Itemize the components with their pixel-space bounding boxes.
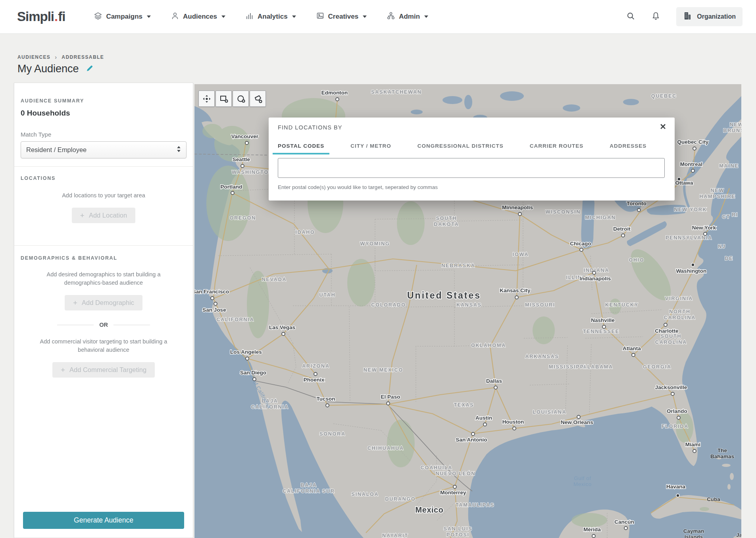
map-city-label: Atlanta: [623, 345, 641, 351]
map-state-label: OKLAHOMA: [471, 343, 506, 348]
map-city-label: Orlando: [667, 408, 687, 414]
map-state-label: NAYARIT: [382, 533, 408, 538]
map-city-label: Dallas: [486, 378, 502, 384]
pan-tool-button[interactable]: [198, 91, 215, 107]
map-state-label: WYOMING: [360, 241, 390, 247]
nav-audiences[interactable]: Audiences: [171, 12, 225, 22]
chevron-down-icon: [424, 15, 428, 18]
map-state-label: COAHUILA: [421, 465, 452, 471]
map-state-label: NEVADA: [262, 277, 287, 282]
households-count: 0 Households: [21, 109, 187, 118]
map-city-marker: [253, 378, 256, 381]
search-icon[interactable]: [626, 12, 635, 22]
map-city-marker: [453, 485, 456, 488]
add-location-button[interactable]: + Add Location: [72, 208, 135, 223]
map-city-marker: [580, 248, 583, 251]
navbar-right: Organization: [626, 7, 743, 26]
polygon-tool-button[interactable]: [250, 91, 266, 107]
add-commercial-targeting-button[interactable]: + Add Commercial Targeting: [52, 362, 155, 378]
map-city-label: Jacksonville: [655, 384, 687, 390]
tab-carrier-routes[interactable]: CARRIER ROUTES: [525, 140, 589, 154]
find-locations-modal: FIND LOCATIONS BY ✕ POSTAL CODES CITY / …: [269, 118, 675, 201]
map-state-label: GEORGIA: [643, 364, 671, 370]
tab-postal-codes[interactable]: POSTAL CODES: [273, 140, 329, 154]
nav-creatives[interactable]: Creatives: [316, 12, 367, 22]
map-city-marker: [336, 98, 339, 101]
match-type-select[interactable]: Resident / Employee: [21, 141, 187, 158]
chevron-down-icon: [363, 15, 367, 18]
add-demographic-button[interactable]: + Add Demographic: [65, 295, 142, 310]
map-country-label: Mexico: [416, 505, 444, 514]
map-city-label: Mérida: [583, 526, 601, 532]
breadcrumb-audiences[interactable]: AUDIENCES: [17, 54, 50, 60]
map-state-label: SAN LUISPOTOSI: [444, 526, 473, 538]
breadcrumb-separator: ›: [55, 54, 57, 60]
map-city-marker: [677, 416, 680, 419]
map-city-label: Toronto: [627, 201, 646, 206]
map-city-label: Miami: [685, 442, 700, 447]
map-city-label: El Paso: [381, 394, 400, 400]
map-state-label: WASHINGTON: [232, 170, 273, 175]
map-state-label: RI: [732, 212, 738, 218]
page-title: My Audience: [17, 63, 79, 75]
organization-button[interactable]: Organization: [676, 7, 743, 26]
nav-campaigns[interactable]: Campaigns: [94, 12, 151, 22]
map-country-label: United States: [407, 290, 481, 301]
org-chart-icon: [387, 12, 395, 22]
map-state-label: MICHIGAN: [585, 215, 616, 220]
circle-tool-button[interactable]: [233, 91, 249, 107]
map-state-label: QUEBEC: [651, 93, 677, 99]
map-city-label: New York: [692, 225, 716, 231]
nav-admin[interactable]: Admin: [387, 12, 428, 22]
map-state-label: FLORIDA: [662, 424, 689, 429]
map-city-label: Chicago: [570, 241, 591, 247]
map-state-label: OREGON: [230, 215, 256, 221]
map-city-label: Portland: [221, 184, 242, 190]
tab-city-metro[interactable]: CITY / METRO: [345, 140, 396, 154]
map-state-label: DURANGO: [385, 496, 416, 502]
bell-icon[interactable]: [651, 12, 660, 22]
map-city-label: Indianapolis: [580, 276, 611, 282]
map-state-label: KENTUCKY: [605, 302, 639, 308]
map-state-label: COLORADO: [371, 302, 406, 308]
map-city-label: Phoenix: [304, 377, 325, 383]
map-city-label: Detroit: [613, 226, 631, 232]
bar-chart-icon: [245, 12, 254, 22]
map-state-label: SINALOA: [352, 492, 379, 497]
tab-addresses[interactable]: ADDRESSES: [604, 140, 652, 154]
simplifi-logo[interactable]: Simpli.fi: [17, 9, 65, 24]
map-state-label: SONORA: [319, 431, 346, 437]
edit-pencil-icon[interactable]: [86, 64, 94, 74]
map-state-label: MISSISSIPPI: [549, 364, 586, 370]
match-type-value: Resident / Employee: [26, 146, 87, 154]
map-city-marker: [577, 415, 580, 418]
plus-icon: +: [73, 299, 77, 307]
map-city-marker: [494, 386, 497, 389]
logo-text: Simpli: [17, 9, 54, 24]
behavioral-hint: Add commercial visitor targeting to star…: [32, 337, 175, 354]
close-icon[interactable]: ✕: [660, 122, 666, 131]
tab-congressional-districts[interactable]: CONGRESSIONAL DISTRICTS: [412, 140, 509, 154]
postal-codes-input[interactable]: [278, 158, 665, 178]
map-city-marker: [693, 449, 696, 453]
map-city-label: Ottawa: [675, 180, 693, 186]
nav-analytics[interactable]: Analytics: [245, 12, 296, 22]
map-city-marker: [592, 534, 595, 538]
map-city-marker: [671, 392, 674, 395]
map-city-marker: [664, 323, 667, 326]
map-state-label: PENNSYLVANIA: [666, 235, 712, 241]
map-city-label: Tucson: [317, 396, 335, 402]
breadcrumb-addressable[interactable]: ADDRESSABLE: [62, 54, 104, 60]
map-city-marker: [246, 357, 249, 360]
map-state-label: ARKANSAS: [525, 354, 559, 359]
map-state-label: LOUISIANA: [533, 409, 567, 415]
map-city-marker: [515, 296, 518, 299]
chevron-down-icon: [292, 15, 296, 18]
map-state-label: CALIFORNIA: [216, 317, 254, 322]
generate-audience-button[interactable]: Generate Audience: [23, 512, 184, 529]
rectangle-tool-button[interactable]: [215, 91, 232, 107]
map-city-marker: [632, 353, 635, 357]
map-state-label: NEW YORK: [674, 207, 707, 212]
map-city-label: Washington: [676, 268, 707, 274]
map-state-label: CT: [722, 214, 730, 220]
